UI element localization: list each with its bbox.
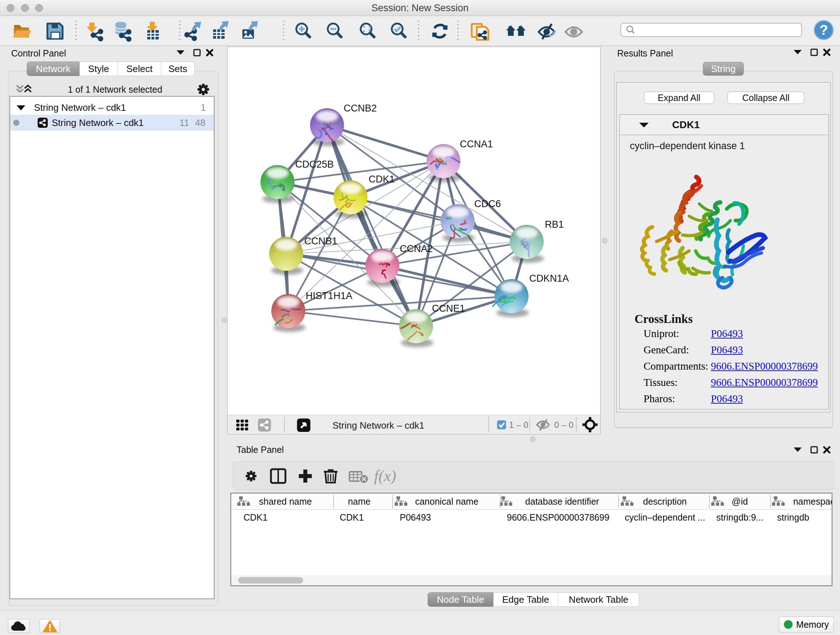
- svg-text:CDKN1A: CDKN1A: [529, 273, 569, 284]
- svg-text:CDK1: CDK1: [369, 174, 395, 185]
- svg-text:CCNA1: CCNA1: [460, 139, 493, 149]
- svg-text:f(x): f(x): [374, 467, 396, 485]
- svg-text:1 – 0: 1 – 0: [509, 420, 528, 430]
- svg-text:String Network – cdk1: String Network – cdk1: [332, 420, 424, 431]
- svg-text:shared name: shared name: [259, 496, 312, 507]
- svg-text:CDC6: CDC6: [474, 198, 501, 209]
- svg-text:CCNE1: CCNE1: [432, 303, 465, 314]
- svg-text:namespace: namespace: [793, 496, 832, 507]
- svg-text:CCNB1: CCNB1: [304, 236, 338, 247]
- svg-text:canonical name: canonical name: [415, 496, 478, 507]
- svg-text:HIST1H1A: HIST1H1A: [306, 290, 352, 301]
- svg-text:CCNB2: CCNB2: [344, 103, 377, 114]
- svg-text:name: name: [348, 496, 371, 507]
- svg-text:description: description: [643, 496, 687, 507]
- svg-text:CDC25B: CDC25B: [295, 159, 334, 170]
- svg-text:@id: @id: [732, 496, 748, 507]
- svg-text:1 of 1 Network selected: 1 of 1 Network selected: [68, 84, 162, 95]
- svg-text:database identifier: database identifier: [525, 496, 599, 507]
- svg-text:?: ?: [819, 22, 828, 38]
- svg-text:RB1: RB1: [545, 219, 564, 230]
- svg-text:CCNA2: CCNA2: [400, 243, 433, 254]
- svg-text:0 – 0: 0 – 0: [554, 420, 573, 430]
